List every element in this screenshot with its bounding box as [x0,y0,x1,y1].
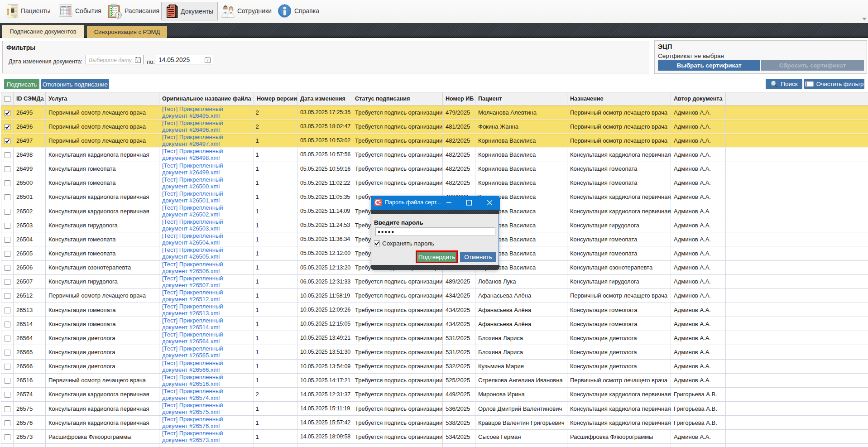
svg-text:7: 7 [206,59,208,62]
svg-text:7: 7 [137,59,139,62]
